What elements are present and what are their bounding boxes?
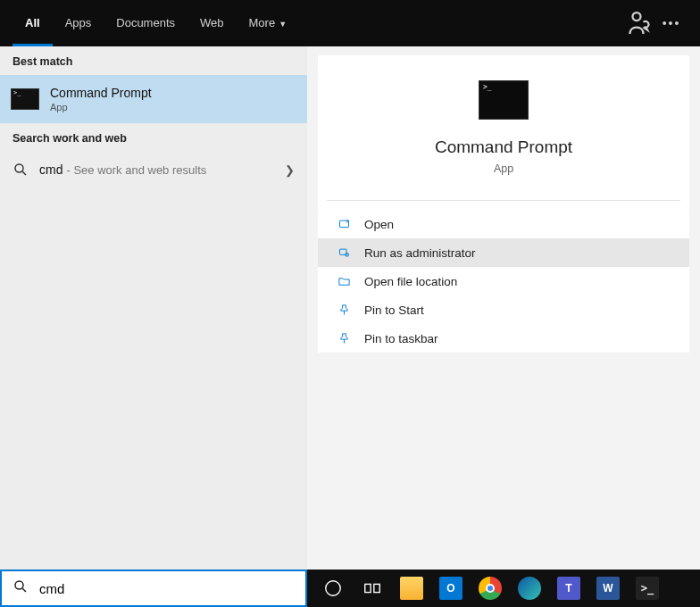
chevron-down-icon: ▼ bbox=[279, 1, 287, 47]
open-icon bbox=[336, 216, 352, 232]
web-search-row[interactable]: cmd - See work and web results ❯ bbox=[0, 152, 307, 187]
feedback-icon[interactable] bbox=[623, 7, 655, 39]
svg-point-8 bbox=[326, 581, 341, 596]
tab-documents[interactable]: Documents bbox=[104, 0, 188, 46]
outlook-icon[interactable]: O bbox=[432, 570, 470, 607]
result-command-prompt[interactable]: Command Prompt App bbox=[0, 75, 307, 123]
tab-all[interactable]: All bbox=[12, 0, 53, 46]
preview-panel: Command Prompt App Open Run as administr… bbox=[307, 46, 700, 570]
tab-apps[interactable]: Apps bbox=[53, 0, 104, 46]
svg-line-2 bbox=[22, 171, 26, 175]
chevron-right-icon: ❯ bbox=[285, 163, 295, 177]
terminal-icon[interactable]: >_ bbox=[629, 570, 666, 607]
action-run-as-administrator[interactable]: Run as administrator bbox=[318, 238, 689, 267]
edge-icon[interactable] bbox=[511, 570, 548, 607]
action-pin-to-start[interactable]: Pin to Start bbox=[318, 295, 689, 324]
svg-point-1 bbox=[15, 164, 23, 172]
app-preview-card: Command Prompt App bbox=[318, 55, 689, 210]
best-match-header: Best match bbox=[0, 46, 307, 75]
search-scope-tabs: All Apps Documents Web More▼ ••• bbox=[0, 0, 700, 46]
action-open-file-location[interactable]: Open file location bbox=[318, 267, 689, 295]
search-icon bbox=[12, 162, 29, 178]
teams-icon[interactable]: T bbox=[550, 570, 588, 607]
pin-icon bbox=[336, 302, 352, 318]
action-list: Open Run as administrator Open file loca… bbox=[318, 210, 689, 353]
web-query-text: cmd bbox=[39, 162, 62, 177]
results-panel: Best match Command Prompt App Search wor… bbox=[0, 46, 307, 570]
tab-more[interactable]: More▼ bbox=[237, 0, 300, 46]
admin-icon bbox=[336, 245, 352, 261]
action-label: Pin to Start bbox=[364, 304, 424, 317]
more-options-icon[interactable]: ••• bbox=[655, 7, 688, 39]
tab-web[interactable]: Web bbox=[188, 0, 237, 46]
word-icon[interactable]: W bbox=[589, 570, 627, 607]
action-label: Pin to taskbar bbox=[364, 332, 438, 345]
chrome-icon[interactable] bbox=[471, 570, 509, 607]
cortana-icon[interactable] bbox=[314, 570, 352, 607]
taskbar: O T W >_ bbox=[307, 570, 700, 607]
result-title: Command Prompt bbox=[50, 86, 152, 100]
app-title: Command Prompt bbox=[327, 137, 680, 157]
action-label: Open file location bbox=[364, 275, 457, 288]
pin-icon bbox=[336, 330, 352, 346]
svg-line-7 bbox=[22, 588, 26, 592]
command-prompt-icon bbox=[11, 88, 39, 110]
action-pin-to-taskbar[interactable]: Pin to taskbar bbox=[318, 324, 689, 353]
web-query-hint: - See work and web results bbox=[66, 163, 206, 177]
action-label: Run as administrator bbox=[364, 246, 476, 260]
svg-rect-10 bbox=[374, 584, 379, 592]
svg-point-6 bbox=[15, 581, 23, 589]
svg-rect-9 bbox=[365, 584, 371, 592]
svg-point-0 bbox=[633, 12, 641, 21]
result-subtitle: App bbox=[50, 102, 152, 112]
search-bar[interactable] bbox=[0, 570, 307, 607]
folder-icon bbox=[336, 273, 352, 289]
command-prompt-icon bbox=[479, 80, 529, 120]
action-open[interactable]: Open bbox=[318, 210, 689, 238]
file-explorer-icon[interactable] bbox=[393, 570, 430, 607]
search-input[interactable] bbox=[39, 581, 295, 596]
action-label: Open bbox=[364, 218, 394, 231]
app-subtitle: App bbox=[327, 162, 680, 175]
search-work-web-header: Search work and web bbox=[0, 123, 307, 152]
taskview-icon[interactable] bbox=[354, 570, 391, 607]
search-icon bbox=[12, 578, 29, 598]
